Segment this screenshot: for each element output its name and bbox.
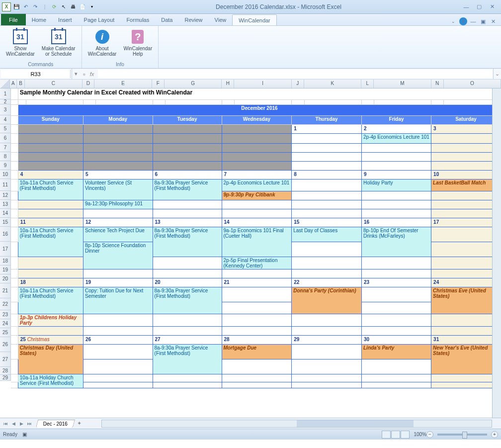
col-header-B[interactable]: B <box>17 80 25 88</box>
cal-date-cell[interactable]: 25 Christmas <box>18 335 83 344</box>
doc-minimize-icon[interactable]: — <box>469 17 477 25</box>
row-header-3[interactable]: 3 <box>0 104 11 115</box>
col-header-G[interactable]: G <box>165 80 222 88</box>
row-header-4[interactable]: 4 <box>0 115 11 124</box>
cal-date-cell[interactable] <box>222 124 292 133</box>
page-layout-button[interactable] <box>391 431 400 439</box>
macro-record-icon[interactable]: ▣ <box>22 432 27 437</box>
make-calendar-button[interactable]: 31 Make Calendar or Schedule <box>40 28 78 61</box>
cal-event[interactable]: 9a-12:30p Philosophy 101 <box>83 200 153 209</box>
cal-event[interactable]: 8p-10p Science Foundation Dinner <box>83 242 153 269</box>
tab-prev-icon[interactable]: ◀ <box>10 421 17 426</box>
cal-event[interactable]: 10a-11a Holiday Church Service (First Me… <box>18 374 83 388</box>
cal-event[interactable]: Linda's Party <box>362 344 431 359</box>
cal-date-cell[interactable]: 2 <box>362 124 431 133</box>
col-header-E[interactable]: E <box>94 80 152 88</box>
cal-date-cell[interactable]: 27 <box>153 335 222 344</box>
ribbon-tab-insert[interactable]: Insert <box>52 14 78 25</box>
row-header-28[interactable]: 28 <box>0 367 11 375</box>
zoom-slider[interactable] <box>437 434 487 436</box>
maximize-button[interactable]: ▢ <box>474 2 484 11</box>
cal-event[interactable]: 10a-11a Church Service (First Methodist) <box>18 287 83 314</box>
cal-date-cell[interactable]: 14 <box>222 218 292 227</box>
minimize-button[interactable]: — <box>461 2 471 11</box>
row-header-9[interactable]: 9 <box>0 161 11 170</box>
minimize-ribbon-icon[interactable]: ⌄ <box>449 17 457 25</box>
col-header-L[interactable]: L <box>361 80 374 88</box>
cal-date-cell[interactable]: 10 <box>431 170 501 179</box>
cal-date-cell[interactable] <box>153 124 222 133</box>
formula-input[interactable] <box>98 70 492 78</box>
vertical-scrollbar[interactable] <box>492 89 501 418</box>
row-header-8[interactable]: 8 <box>0 152 11 161</box>
cal-date-cell[interactable]: 11 <box>18 218 83 227</box>
col-header-I[interactable]: I <box>234 80 291 88</box>
undo-icon[interactable]: ↶ <box>22 3 30 11</box>
cal-date-cell[interactable]: 13 <box>153 218 222 227</box>
cal-event[interactable]: 8a-9:30a Prayer Service (First Methodist… <box>153 179 222 200</box>
row-header-17[interactable]: 17 <box>0 242 11 257</box>
cal-event[interactable]: 9a-1p Economics 101 Final (Cueter Hall) <box>222 227 292 257</box>
col-header-K[interactable]: K <box>304 80 361 88</box>
cal-event[interactable]: Christmas Eve (United States) <box>431 287 501 314</box>
row-header-27[interactable]: 27 <box>0 352 11 367</box>
cal-event[interactable]: Copy: Tuition Due for Next Semester <box>83 287 153 314</box>
doc-restore-icon[interactable]: ▣ <box>479 17 487 25</box>
refresh-icon[interactable]: ⟳ <box>50 3 58 11</box>
ribbon-tab-data[interactable]: Data <box>155 14 178 25</box>
cal-date-cell[interactable]: 16 <box>362 218 431 227</box>
cal-date-cell[interactable]: 20 <box>153 278 222 287</box>
row-header-2[interactable]: 2 <box>0 99 11 104</box>
col-header-M[interactable]: M <box>374 80 431 88</box>
row-header-20[interactable]: 20 <box>0 274 11 283</box>
col-header-D[interactable]: D <box>83 80 95 88</box>
new-sheet-icon[interactable]: ✦ <box>77 420 82 427</box>
cal-date-cell[interactable]: 17 <box>431 218 501 227</box>
ribbon-tab-page-layout[interactable]: Page Layout <box>78 14 121 25</box>
cal-date-cell[interactable]: 8 <box>292 170 362 179</box>
formula-expand-icon[interactable]: ⌄ <box>493 69 501 79</box>
row-header-13[interactable]: 13 <box>0 200 11 209</box>
cal-date-cell[interactable]: 3 <box>431 124 501 133</box>
row-header-26[interactable]: 26 <box>0 337 11 352</box>
zoom-level[interactable]: 100% <box>414 432 426 437</box>
cal-date-cell[interactable]: 5 <box>83 170 153 179</box>
wincalendar-help-button[interactable]: ? WinCalendar Help <box>121 28 154 61</box>
tab-next-icon[interactable]: ▶ <box>18 421 25 426</box>
tab-first-icon[interactable]: ⏮ <box>2 421 9 426</box>
row-header-5[interactable]: 5 <box>0 124 11 133</box>
save-icon[interactable]: 💾 <box>12 3 20 11</box>
row-header-23[interactable]: 23 <box>0 310 11 319</box>
row-header-10[interactable]: 10 <box>0 170 11 179</box>
row-header-12[interactable]: 12 <box>0 191 11 200</box>
cal-event[interactable]: Volunteer Service (St Vincents) <box>83 179 153 200</box>
cal-event[interactable]: Donna's Party (Corinthian) <box>292 287 362 314</box>
close-button[interactable]: ✕ <box>487 2 497 11</box>
row-header-29[interactable]: 29 <box>0 375 11 381</box>
cal-date-cell[interactable]: 9 <box>362 170 431 179</box>
name-box-dropdown[interactable]: ▾ <box>72 69 80 79</box>
cal-event[interactable]: 10a-11a Church Service (First Methodist) <box>18 179 83 200</box>
row-header-16[interactable]: 16 <box>0 227 11 242</box>
cal-date-cell[interactable]: 21 <box>222 278 292 287</box>
cal-date-cell[interactable]: 18 <box>18 278 83 287</box>
qat-dropdown-icon[interactable]: ▾ <box>88 3 96 11</box>
cal-date-cell[interactable]: 19 <box>83 278 153 287</box>
file-tab[interactable]: File <box>1 14 26 25</box>
cal-event[interactable]: 8p-10p End Of Semester Drinks (McFarleys… <box>362 227 431 257</box>
cal-date-cell[interactable]: 26 <box>83 335 153 344</box>
ribbon-tab-formulas[interactable]: Formulas <box>120 14 155 25</box>
cal-event[interactable]: 8a-9:30a Prayer Service (First Methodist… <box>153 227 222 257</box>
cal-date-cell[interactable] <box>18 124 83 133</box>
row-header-25[interactable]: 25 <box>0 328 11 337</box>
zoom-in-button[interactable]: + <box>491 431 498 438</box>
ribbon-tab-view[interactable]: View <box>209 14 233 25</box>
cal-event[interactable]: 9p-9:30p Pay Citibank <box>222 191 292 200</box>
cal-date-cell[interactable]: 31 <box>431 335 501 344</box>
row-header-22[interactable]: 22 <box>0 298 11 310</box>
ribbon-tab-wincalendar[interactable]: WinCalendar <box>232 14 277 25</box>
col-header-A[interactable]: A <box>10 80 17 88</box>
row-header-21[interactable]: 21 <box>0 283 11 298</box>
cal-date-cell[interactable]: 23 <box>362 278 431 287</box>
row-header-11[interactable]: 11 <box>0 179 11 191</box>
